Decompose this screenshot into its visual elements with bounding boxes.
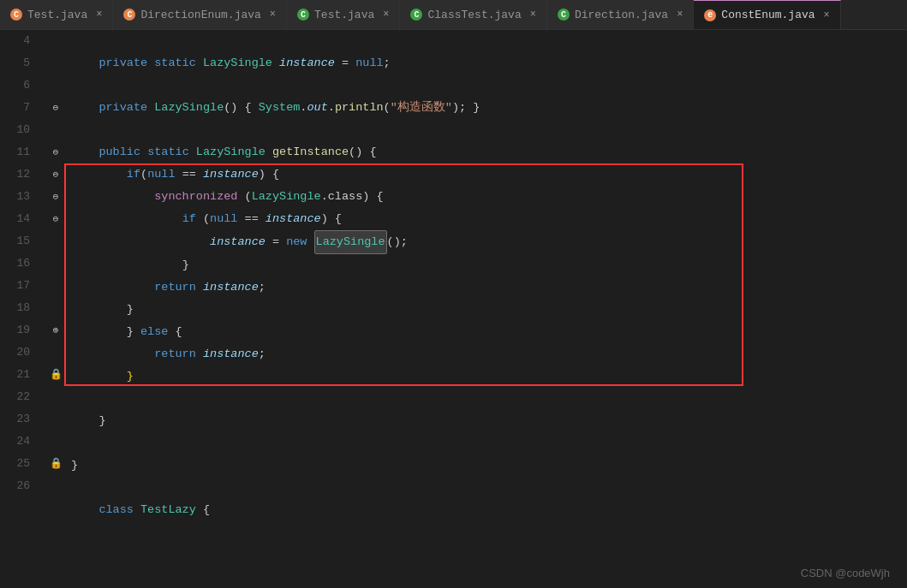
- indent-12: [71, 163, 127, 186]
- tab-label: Direction.java: [575, 9, 668, 21]
- keyword-private-2: private: [71, 97, 154, 119]
- tab-close-direction-enum[interactable]: ×: [270, 9, 276, 21]
- tab-icon-classtest: C: [410, 9, 422, 21]
- line-num-20: 20: [0, 342, 39, 364]
- eqeq-14: ==: [237, 208, 265, 230]
- code-line-22: [71, 388, 907, 410]
- tab-icon-direction: C: [558, 9, 570, 21]
- line-num-23: 23: [0, 408, 39, 431]
- code-line-14: if (null == instance) {: [71, 208, 907, 230]
- fn-println: println: [335, 97, 384, 119]
- tab-icon-test: C: [10, 9, 22, 21]
- tab-label: ClassTest.java: [427, 9, 521, 21]
- line-num-5: 5: [0, 52, 39, 74]
- type-lazysingle-5: LazySingle: [314, 230, 387, 254]
- paren-getinstance: () {: [349, 141, 376, 163]
- marker-18: [47, 297, 64, 319]
- code-line-26: [71, 477, 907, 499]
- var-instance-15: instance: [210, 231, 266, 253]
- marker-17: [47, 275, 64, 297]
- tab-close-constenum[interactable]: ×: [824, 9, 830, 21]
- line-num-10: 10: [0, 119, 39, 141]
- var-instance-20: instance: [203, 343, 259, 365]
- keyword-return-17: return: [154, 276, 196, 299]
- code-line-16: }: [71, 254, 907, 276]
- code-line-13: synchronized (LazySingle.class) {: [71, 186, 907, 208]
- indent-19: [71, 321, 127, 343]
- code-line-27: class TestLazy {: [71, 499, 907, 521]
- code-line-7: private LazySingle() { System.out.printl…: [71, 97, 907, 119]
- line-num-21: 21: [0, 364, 39, 386]
- tab-close-direction[interactable]: ×: [677, 9, 683, 21]
- line-num-25: 25: [0, 453, 39, 475]
- var-instance-12: instance: [203, 163, 259, 186]
- eqeq-12: ==: [176, 163, 203, 186]
- paren-14: (: [196, 208, 210, 230]
- marker-10: [47, 119, 64, 141]
- tab-constenum[interactable]: e ConstEnum.java ×: [694, 0, 840, 30]
- tab-icon-test2: C: [297, 9, 309, 21]
- marker-21: 🔒: [47, 364, 64, 386]
- line-num-11: 11: [0, 141, 39, 163]
- marker-12[interactable]: ⊖: [47, 163, 64, 186]
- kw-null-12: null: [147, 163, 175, 186]
- marker-13[interactable]: ⊖: [47, 186, 64, 208]
- code-line-24: [71, 432, 907, 454]
- semi-17: ;: [259, 276, 266, 299]
- marker-19[interactable]: ⊕: [47, 319, 64, 342]
- tab-bar: C Test.java × C DirectionEnum.java × C T…: [0, 0, 907, 30]
- keyword-if-14: if: [182, 208, 196, 230]
- marker-4: [47, 30, 64, 52]
- assign-15: =: [266, 231, 286, 253]
- tab-test-java-2[interactable]: C Test.java ×: [287, 0, 400, 30]
- keyword-static: static: [154, 52, 203, 74]
- call-15: ();: [387, 231, 408, 253]
- var-instance-14: instance: [266, 208, 321, 230]
- tab-direction-enum[interactable]: C DirectionEnum.java ×: [113, 0, 287, 30]
- tab-close-classtest[interactable]: ×: [530, 9, 536, 21]
- line-num-19: 19: [0, 319, 39, 342]
- indent-20: [71, 343, 154, 365]
- marker-7[interactable]: ⊖: [47, 97, 64, 119]
- brace-27: {: [196, 499, 210, 521]
- paren-open: () {: [224, 97, 259, 119]
- fn-getinstance: getInstance: [272, 141, 349, 163]
- marker-14[interactable]: ⊖: [47, 208, 64, 230]
- line-num-14: 14: [0, 208, 39, 230]
- keyword-private: private: [71, 52, 154, 74]
- space-13: (: [237, 186, 251, 208]
- line-num-4: 4: [0, 30, 39, 52]
- tab-close-test[interactable]: ×: [96, 9, 102, 21]
- indent-17: [71, 276, 154, 299]
- tab-close-test2[interactable]: ×: [383, 9, 389, 21]
- tab-test-java[interactable]: C Test.java ×: [0, 0, 113, 30]
- line-num-16: 16: [0, 252, 39, 275]
- var-instance: instance: [279, 52, 335, 74]
- dot2: .: [328, 97, 335, 119]
- code-line-4: [71, 30, 907, 52]
- str-constructor: "构造函数": [391, 97, 452, 119]
- code-line-12: if(null == instance) {: [71, 163, 907, 186]
- keyword-static-2: static: [147, 141, 196, 163]
- punct-assign: =: [335, 52, 355, 74]
- line-num-22: 22: [0, 386, 39, 408]
- keyword-new: new: [286, 231, 313, 253]
- marker-20: [47, 342, 64, 364]
- indent-21: [71, 365, 127, 388]
- keyword-synchronized: synchronized: [154, 186, 237, 208]
- space-19: [168, 321, 175, 343]
- tab-classtest[interactable]: C ClassTest.java ×: [400, 0, 546, 30]
- markers-column: ⊖ ⊖ ⊖ ⊖ ⊖ ⊕ 🔒 🔒: [47, 30, 64, 588]
- keyword-null: null: [355, 52, 383, 74]
- marker-11[interactable]: ⊖: [47, 141, 64, 163]
- code-line-23: }: [71, 410, 907, 432]
- marker-15: [47, 230, 64, 252]
- line-number-gutter: 4 5 6 7 10 11 12 13 14 15 16 17 18 19 20…: [0, 30, 47, 588]
- marker-16: [47, 252, 64, 275]
- tab-direction[interactable]: C Direction.java ×: [547, 0, 694, 30]
- indent-15: [71, 231, 210, 253]
- var-out: out: [307, 97, 327, 119]
- tab-label: Test.java: [27, 9, 87, 21]
- code-area: 4 5 6 7 10 11 12 13 14 15 16 17 18 19 20…: [0, 30, 907, 588]
- code-line-10: [71, 119, 907, 141]
